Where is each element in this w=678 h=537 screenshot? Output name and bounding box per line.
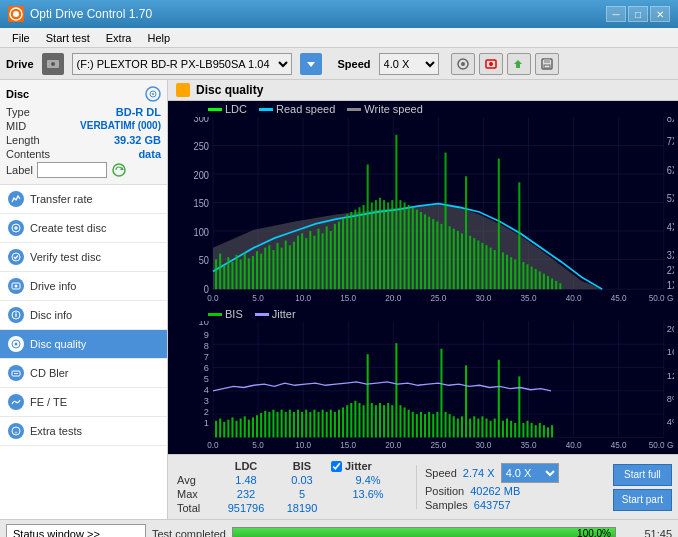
svg-text:50: 50 xyxy=(199,255,210,267)
svg-point-22 xyxy=(15,285,18,288)
sidebar-item-disc-info[interactable]: Disc info xyxy=(0,301,167,330)
sidebar-item-disc-quality[interactable]: Disc quality xyxy=(0,330,167,359)
close-button[interactable]: ✕ xyxy=(650,6,670,22)
svg-rect-268 xyxy=(473,416,475,437)
type-value: BD-R DL xyxy=(116,106,161,118)
status-window-button[interactable]: Status window >> xyxy=(6,524,146,538)
sidebar-item-fe-te[interactable]: FE / TE xyxy=(0,388,167,417)
svg-rect-230 xyxy=(317,412,319,437)
st-empty xyxy=(174,459,216,473)
svg-rect-140 xyxy=(473,238,475,289)
main-layout: Disc Type BD-R DL MID VERBATIMf (000) Le… xyxy=(0,80,678,519)
speed-select[interactable]: 4.0 X xyxy=(379,53,439,75)
svg-rect-273 xyxy=(494,419,496,438)
drive-select[interactable]: (F:) PLEXTOR BD-R PX-LB950SA 1.04 xyxy=(72,53,292,75)
svg-rect-249 xyxy=(395,343,397,437)
svg-rect-149 xyxy=(510,257,512,289)
menu-extra[interactable]: Extra xyxy=(98,30,140,46)
svg-rect-150 xyxy=(514,260,516,290)
svg-rect-11 xyxy=(544,65,550,68)
svg-rect-210 xyxy=(236,421,238,438)
svg-rect-98 xyxy=(301,233,303,289)
svg-rect-251 xyxy=(404,407,406,437)
svg-text:8: 8 xyxy=(204,339,209,350)
svg-rect-156 xyxy=(539,271,541,289)
svg-rect-141 xyxy=(477,241,479,290)
svg-rect-211 xyxy=(240,419,242,438)
sidebar-item-cd-bler[interactable]: CD Bler xyxy=(0,359,167,388)
speed-select-stats[interactable]: 4.0 X xyxy=(501,463,559,483)
svg-rect-206 xyxy=(219,419,221,438)
disc-icon xyxy=(145,86,161,102)
sidebar-item-transfer-rate[interactable]: Transfer rate xyxy=(0,185,167,214)
drive-info-icon xyxy=(8,278,24,294)
top-chart-svg: 300 250 200 150 100 50 0 8X 7X 6X 5X xyxy=(172,117,674,307)
svg-text:5.0: 5.0 xyxy=(252,292,263,303)
svg-rect-99 xyxy=(305,238,307,289)
svg-rect-145 xyxy=(494,250,496,289)
svg-rect-205 xyxy=(215,421,217,438)
st-avg-label: Avg xyxy=(174,473,216,487)
disc-quality-icon xyxy=(8,336,24,352)
svg-rect-151 xyxy=(518,182,520,289)
start-part-button[interactable]: Start part xyxy=(613,489,672,511)
svg-rect-112 xyxy=(358,207,360,289)
refresh-icon[interactable] xyxy=(111,162,127,178)
mid-value: VERBATIMf (000) xyxy=(80,120,161,132)
svg-rect-282 xyxy=(531,423,533,437)
svg-rect-238 xyxy=(350,403,352,437)
position-label: Position xyxy=(425,485,464,497)
svg-rect-103 xyxy=(322,233,324,289)
svg-rect-134 xyxy=(449,226,451,289)
svg-rect-89 xyxy=(264,248,266,290)
svg-rect-208 xyxy=(227,420,229,438)
svg-rect-128 xyxy=(424,214,426,289)
svg-rect-212 xyxy=(244,416,246,437)
toolbar-btn-save[interactable] xyxy=(535,53,559,75)
svg-rect-115 xyxy=(371,203,373,290)
length-label: Length xyxy=(6,134,40,146)
toolbar-btn-1[interactable] xyxy=(451,53,475,75)
svg-rect-122 xyxy=(399,200,401,289)
svg-rect-154 xyxy=(531,267,533,290)
svg-rect-266 xyxy=(465,365,467,437)
menu-start-test[interactable]: Start test xyxy=(38,30,98,46)
svg-rect-155 xyxy=(535,269,537,289)
sidebar-item-drive-info[interactable]: Drive info xyxy=(0,272,167,301)
st-max-bis: 5 xyxy=(276,487,328,501)
svg-rect-105 xyxy=(330,231,332,289)
charts-container: LDC Read speed Write speed xyxy=(168,101,678,454)
svg-rect-242 xyxy=(367,354,369,437)
start-full-button[interactable]: Start full xyxy=(613,464,672,486)
menu-file[interactable]: File xyxy=(4,30,38,46)
sidebar-item-verify-test-disc[interactable]: Verify test disc xyxy=(0,243,167,272)
sidebar-item-create-test-disc[interactable]: Create test disc xyxy=(0,214,167,243)
cd-bler-label: CD Bler xyxy=(30,367,69,379)
svg-rect-127 xyxy=(420,212,422,289)
svg-rect-283 xyxy=(535,425,537,437)
svg-rect-125 xyxy=(412,207,414,289)
svg-text:1: 1 xyxy=(204,417,209,428)
svg-text:200: 200 xyxy=(194,169,210,181)
app-title: Opti Drive Control 1.70 xyxy=(30,7,606,21)
sidebar-item-extra-tests[interactable]: + Extra tests xyxy=(0,417,167,446)
menubar: File Start test Extra Help xyxy=(0,28,678,48)
svg-rect-108 xyxy=(342,218,344,289)
toolbar-btn-2[interactable] xyxy=(479,53,503,75)
create-test-disc-icon xyxy=(8,220,24,236)
maximize-button[interactable]: □ xyxy=(628,6,648,22)
svg-rect-232 xyxy=(326,412,328,437)
menu-help[interactable]: Help xyxy=(139,30,178,46)
svg-text:45.0: 45.0 xyxy=(611,292,627,303)
bottom-chart-svg: 10 9 8 7 6 5 4 3 2 1 20% 16% xyxy=(172,321,674,454)
toolbar-btn-3[interactable] xyxy=(507,53,531,75)
minimize-button[interactable]: ─ xyxy=(606,6,626,22)
jitter-checkbox[interactable] xyxy=(331,461,342,472)
svg-text:12%: 12% xyxy=(667,369,674,380)
svg-rect-102 xyxy=(317,229,319,290)
label-input[interactable] xyxy=(37,162,107,178)
svg-text:1X: 1X xyxy=(667,280,674,292)
svg-rect-146 xyxy=(498,159,500,290)
st-max-jitter: 13.6% xyxy=(328,487,408,501)
disc-panel-title: Disc xyxy=(6,88,29,100)
